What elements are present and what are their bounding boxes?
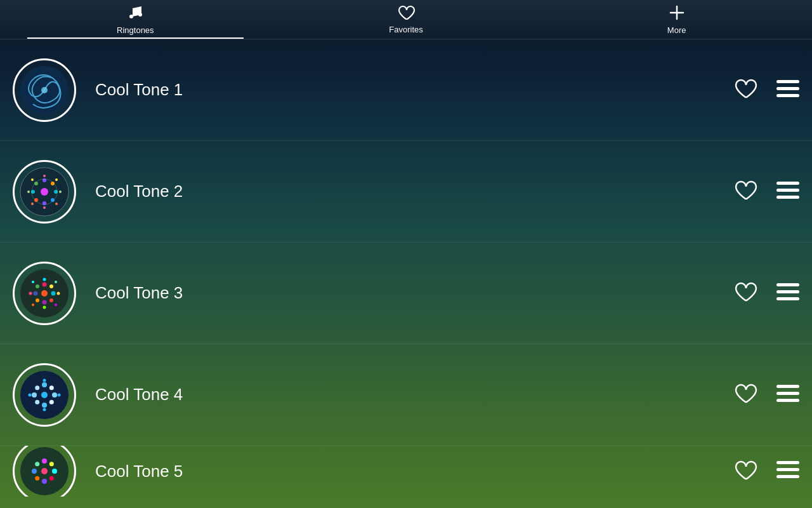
- tab-bar: Ringtones Favorites More: [0, 0, 812, 39]
- svg-point-61: [35, 399, 39, 404]
- svg-point-41: [49, 298, 53, 302]
- svg-point-62: [49, 399, 54, 404]
- ringtone-name: Cool Tone 3: [95, 283, 733, 303]
- item-actions: [733, 280, 799, 306]
- favorite-button[interactable]: [733, 280, 757, 306]
- svg-point-42: [43, 277, 46, 281]
- svg-point-63: [43, 378, 46, 382]
- svg-rect-50: [776, 283, 799, 286]
- menu-button[interactable]: [776, 283, 799, 304]
- svg-point-74: [32, 469, 37, 474]
- svg-rect-80: [776, 461, 799, 464]
- svg-point-58: [52, 392, 57, 398]
- avatar: [13, 160, 76, 224]
- svg-point-39: [49, 284, 53, 288]
- avatar: [13, 446, 76, 497]
- svg-rect-29: [776, 182, 799, 185]
- svg-point-1: [138, 13, 142, 17]
- svg-point-23: [31, 178, 34, 181]
- avatar: [13, 58, 76, 122]
- item-actions: [733, 77, 799, 103]
- ringtone-name: Cool Tone 1: [95, 80, 733, 100]
- svg-point-57: [32, 392, 37, 398]
- tab-favorites-label: Favorites: [389, 25, 422, 34]
- svg-point-48: [32, 304, 34, 306]
- avatar: [13, 363, 76, 427]
- tab-favorites[interactable]: Favorites: [271, 0, 542, 39]
- svg-point-73: [42, 479, 47, 484]
- svg-point-46: [32, 281, 34, 283]
- svg-point-0: [129, 15, 133, 18]
- favorite-button[interactable]: [733, 178, 757, 204]
- favorite-button[interactable]: [733, 458, 757, 485]
- svg-point-78: [35, 476, 39, 481]
- svg-point-33: [41, 290, 48, 297]
- menu-button[interactable]: [776, 460, 799, 482]
- item-actions: [733, 458, 799, 485]
- svg-point-77: [49, 462, 54, 466]
- svg-point-34: [43, 282, 47, 286]
- svg-rect-68: [776, 392, 799, 395]
- svg-point-64: [43, 408, 46, 411]
- svg-rect-6: [776, 80, 799, 83]
- svg-rect-51: [776, 290, 799, 293]
- svg-rect-67: [776, 385, 799, 388]
- item-actions: [733, 178, 799, 204]
- app-container: Ringtones Favorites More: [0, 0, 812, 497]
- favorite-button[interactable]: [733, 382, 757, 408]
- menu-button[interactable]: [776, 79, 799, 101]
- svg-point-71: [41, 468, 48, 474]
- svg-point-40: [36, 298, 39, 302]
- svg-point-56: [42, 403, 47, 408]
- svg-rect-69: [776, 399, 799, 402]
- ringtone-list: Cool Tone 1: [0, 39, 812, 497]
- favorite-button[interactable]: [733, 77, 757, 103]
- svg-point-76: [35, 462, 39, 466]
- svg-point-43: [43, 305, 46, 309]
- list-item[interactable]: Cool Tone 5: [0, 446, 812, 497]
- svg-point-25: [31, 203, 34, 205]
- list-item[interactable]: Cool Tone 2: [0, 141, 812, 243]
- svg-point-59: [35, 385, 39, 390]
- svg-point-47: [55, 281, 57, 283]
- svg-point-37: [51, 291, 56, 295]
- svg-point-54: [41, 392, 48, 398]
- list-item[interactable]: Cool Tone 1: [0, 39, 812, 141]
- ringtone-name: Cool Tone 4: [95, 385, 733, 404]
- svg-point-65: [29, 393, 32, 396]
- list-item[interactable]: Cool Tone 4: [0, 344, 812, 446]
- svg-point-19: [43, 175, 46, 177]
- menu-button[interactable]: [776, 384, 799, 406]
- svg-point-38: [36, 284, 39, 288]
- svg-point-22: [59, 190, 62, 193]
- svg-point-10: [41, 188, 48, 196]
- heart-tab-icon: [397, 4, 415, 23]
- svg-point-44: [29, 291, 32, 295]
- svg-point-26: [55, 203, 58, 205]
- svg-rect-82: [776, 475, 799, 478]
- svg-rect-7: [776, 87, 799, 90]
- svg-point-79: [49, 476, 54, 481]
- svg-point-49: [55, 304, 57, 306]
- svg-point-75: [52, 469, 57, 474]
- svg-rect-52: [776, 297, 799, 300]
- tab-ringtones[interactable]: Ringtones: [0, 0, 271, 39]
- list-item[interactable]: Cool Tone 3: [0, 243, 812, 344]
- avatar: [13, 262, 76, 325]
- item-actions: [733, 382, 799, 408]
- ringtone-name: Cool Tone 2: [95, 182, 733, 201]
- svg-point-20: [43, 206, 46, 209]
- tab-more-label: More: [667, 25, 686, 35]
- svg-point-24: [55, 178, 58, 181]
- menu-button[interactable]: [776, 181, 799, 203]
- svg-rect-8: [776, 94, 799, 97]
- svg-rect-30: [776, 189, 799, 192]
- svg-rect-81: [776, 468, 799, 471]
- svg-point-5: [41, 87, 48, 93]
- svg-point-60: [49, 385, 54, 390]
- tab-more[interactable]: More: [541, 0, 812, 39]
- music-icon: [126, 4, 144, 24]
- ringtone-name: Cool Tone 5: [95, 462, 733, 481]
- plus-icon: [668, 4, 686, 24]
- svg-point-72: [42, 458, 47, 464]
